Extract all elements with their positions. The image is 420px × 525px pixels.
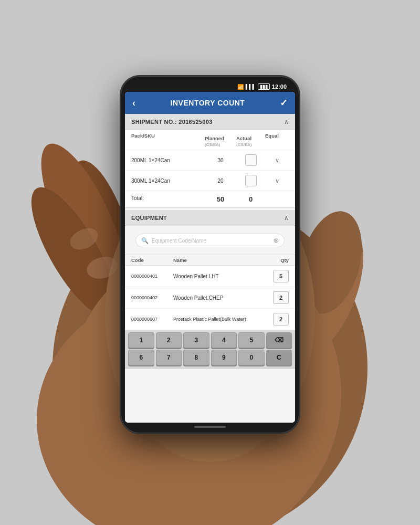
equip-col-code: Code [131,257,173,263]
key-6[interactable]: 6 [128,350,154,365]
equipment-row: 0000000402 Wooden Pallet.CHEP 2 [125,287,295,309]
shipment-chevron: ∧ [284,118,289,125]
item-name: 300ML 1×24Can [131,178,205,184]
col-actual: Actual (CS/EA) [236,133,265,147]
key-9[interactable]: 9 [211,350,237,365]
equip-col-name: Name [173,257,265,263]
key-0[interactable]: 0 [238,350,265,365]
key-clear[interactable]: C [266,350,292,365]
item-planned: 20 [205,178,236,184]
total-planned: 50 [205,195,236,203]
equip-col-qty: Qty [265,257,289,263]
total-label: Total: [131,195,205,203]
time-display: 12:00 [272,83,287,90]
app-header: ‹ INVENTORY COUNT ✓ [125,92,295,114]
table-row: 200ML 1×24Can 30 ∨ [125,150,295,171]
key-4[interactable]: 4 [211,332,237,348]
col-equal: Equal [265,133,289,147]
table-row: 300ML 1×24Can 20 ∨ [125,171,295,191]
item-checkbox[interactable] [245,175,257,186]
key-8[interactable]: 8 [183,350,209,365]
shipment-section-header[interactable]: SHIPMENT NO.: 2016525003 ∧ [125,114,295,130]
shipment-table: Pack/SKU Planned (CS/EA) Actual (CS/EA) … [125,130,295,208]
equipment-section-header[interactable]: EQUIPMENT ∧ [125,210,295,226]
item-actual-cell [236,175,265,186]
home-bar[interactable] [194,426,226,428]
item-name: 200ML 1×24Can [131,158,205,163]
shipment-title: SHIPMENT NO.: 2016525003 [131,119,213,125]
equipment-search-bar[interactable]: 🔍 Equipment Code/Name ⊗ [135,234,285,247]
numpad-row-1: 1 2 3 4 5 ⌫ [128,332,292,348]
search-input[interactable]: Equipment Code/Name [152,238,270,244]
search-clear-button[interactable]: ⊗ [274,237,279,244]
equip-name: Prostack Plastic Pallet(Bulk Water) [173,317,265,322]
back-button[interactable]: ‹ [132,98,135,109]
equip-code: 0000000402 [131,295,173,300]
confirm-button[interactable]: ✓ [280,97,288,109]
item-actual-cell [236,154,265,166]
equip-name: Wooden Pallet.LHT [173,274,265,279]
equip-name: Wooden Pallet.CHEP [173,295,265,301]
row-chevron[interactable]: ∨ [265,157,289,164]
total-row: Total: 50 0 [125,191,295,207]
col-planned: Planned (CS/EA) [205,133,236,147]
key-5[interactable]: 5 [238,332,265,348]
search-icon: 🔍 [141,237,149,244]
equipment-row: 0000000607 Prostack Plastic Pallet(Bulk … [125,309,295,330]
key-backspace[interactable]: ⌫ [266,332,292,348]
content-area: SHIPMENT NO.: 2016525003 ∧ Pack/SKU Plan… [125,114,295,423]
status-icons: 📶 ▌▌▌ ▮▮▮ 12:00 [237,83,287,90]
col-pack-sku: Pack/SKU [131,133,205,147]
equip-qty[interactable]: 2 [273,313,289,326]
phone-frame: 📶 ▌▌▌ ▮▮▮ 12:00 ‹ INVENTORY COUNT ✓ SHIP… [121,76,299,433]
equip-qty[interactable]: 2 [273,291,289,304]
equipment-chevron: ∧ [284,214,289,222]
key-1[interactable]: 1 [128,332,154,348]
equip-qty[interactable]: 5 [273,270,289,282]
key-7[interactable]: 7 [156,350,182,365]
numpad-row-2: 6 7 8 9 0 C [128,350,292,365]
table-header-row: Pack/SKU Planned (CS/EA) Actual (CS/EA) … [125,130,295,150]
key-2[interactable]: 2 [156,332,182,348]
screen: ‹ INVENTORY COUNT ✓ SHIPMENT NO.: 201652… [125,92,295,423]
row-chevron[interactable]: ∨ [265,177,289,184]
item-checkbox[interactable] [245,154,257,166]
hand-container: 📶 ▌▌▌ ▮▮▮ 12:00 ‹ INVENTORY COUNT ✓ SHIP… [0,0,420,525]
wifi-icon: 📶 [237,84,244,90]
signal-icon: ▌▌▌ [246,84,256,89]
item-planned: 30 [205,158,236,163]
page-title: INVENTORY COUNT [171,99,245,107]
equipment-search-container: 🔍 Equipment Code/Name ⊗ [125,226,295,255]
equip-code: 0000000401 [131,274,173,279]
battery-icon: ▮▮▮ [258,83,270,90]
total-actual: 0 [236,195,265,203]
key-3[interactable]: 3 [183,332,209,348]
equip-code: 0000000607 [131,317,173,322]
equipment-title: EQUIPMENT [131,215,167,221]
equipment-table-header: Code Name Qty [125,255,295,266]
equipment-row: 0000000401 Wooden Pallet.LHT 5 [125,266,295,287]
status-bar: 📶 ▌▌▌ ▮▮▮ 12:00 [125,82,295,92]
numpad: 1 2 3 4 5 ⌫ 6 7 8 9 0 C [125,330,295,369]
